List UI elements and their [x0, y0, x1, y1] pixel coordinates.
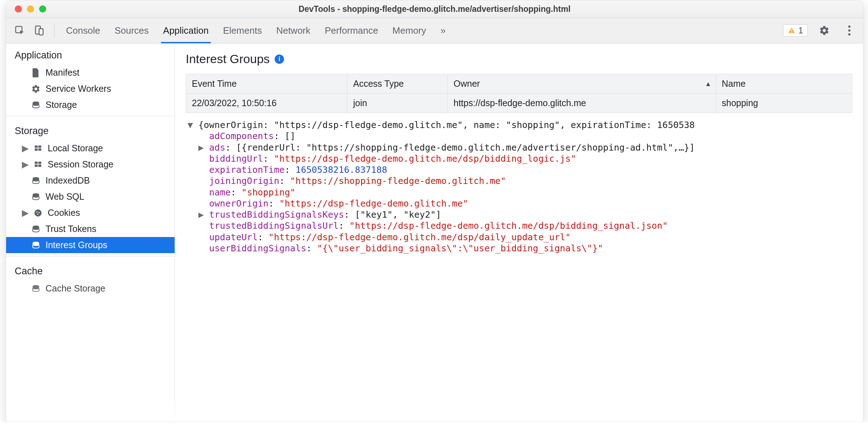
tab-application[interactable]: Application	[163, 18, 209, 43]
devtools-toolbar: Console Sources Application Elements Net…	[6, 18, 863, 43]
svg-rect-4	[791, 32, 792, 33]
database-icon	[30, 241, 41, 250]
warning-icon	[788, 27, 796, 34]
table-header-row: Event Time Access Type Owner▲ Name	[186, 74, 852, 94]
svg-point-6	[848, 29, 850, 32]
svg-point-19	[34, 209, 42, 217]
col-name[interactable]: Name	[716, 74, 852, 94]
svg-point-22	[37, 213, 38, 214]
sidebar-item-service-workers[interactable]: Service Workers	[6, 81, 175, 97]
cell-name: shopping	[716, 94, 852, 113]
tab-memory[interactable]: Memory	[393, 18, 426, 43]
tab-performance[interactable]: Performance	[325, 18, 378, 43]
sidebar-item-label: IndexedDB	[46, 175, 90, 186]
svg-point-20	[36, 211, 37, 212]
sidebar-item-label: Manifest	[46, 67, 79, 78]
sidebar-item-label: Interest Groups	[46, 240, 107, 250]
sidebar-item-label: Trust Tokens	[46, 224, 96, 234]
section-cache-title: Cache	[6, 259, 175, 280]
fade-overlay	[6, 397, 863, 422]
sidebar-item-interest-groups[interactable]: Interest Groups	[6, 237, 175, 253]
sidebar-item-websql[interactable]: Web SQL	[6, 189, 175, 205]
sidebar-item-label: Local Storage	[48, 143, 103, 153]
content-pane: Interest Groups i Event Time Access Type…	[175, 43, 863, 422]
minimize-window-icon[interactable]	[27, 5, 34, 13]
sidebar-item-label: Cookies	[48, 208, 80, 218]
svg-rect-16	[38, 165, 41, 167]
zoom-window-icon[interactable]	[39, 5, 46, 13]
table-row[interactable]: 22/03/2022, 10:50:16 join https://dsp-fl…	[186, 94, 852, 113]
sidebar-item-indexeddb[interactable]: IndexedDB	[6, 172, 175, 189]
chevron-right-icon: ▶	[22, 143, 28, 153]
col-owner[interactable]: Owner▲	[448, 74, 716, 94]
cookie-icon	[33, 209, 43, 217]
svg-point-7	[848, 33, 850, 35]
tab-sources[interactable]: Sources	[114, 18, 148, 43]
cell-access-type: join	[347, 94, 448, 113]
tab-label: Network	[276, 25, 310, 36]
window-titlebar: DevTools - shopping-fledge-demo.glitch.m…	[6, 0, 863, 18]
page-heading-text: Interest Groups	[186, 52, 270, 66]
cell-owner: https://dsp-fledge-demo.glitch.me	[448, 94, 716, 113]
grid-icon	[33, 161, 43, 169]
svg-point-21	[38, 212, 39, 213]
svg-rect-13	[35, 161, 38, 164]
sidebar-item-local-storage[interactable]: ▶ Local Storage	[6, 140, 175, 156]
tab-console[interactable]: Console	[66, 18, 100, 43]
toolbar-right: 1	[783, 22, 858, 39]
tab-network[interactable]: Network	[276, 18, 310, 43]
application-sidebar: Application Manifest Service Workers Sto…	[6, 43, 175, 422]
database-icon	[30, 193, 41, 201]
chevron-right-icon: ▶	[22, 159, 28, 170]
info-icon[interactable]: i	[275, 54, 284, 64]
panel-tabs: Console Sources Application Elements Net…	[61, 18, 781, 43]
sidebar-separator	[6, 116, 175, 116]
tab-elements[interactable]: Elements	[223, 18, 262, 43]
close-window-icon[interactable]	[15, 5, 22, 13]
sidebar-item-session-storage[interactable]: ▶ Session Storage	[6, 156, 175, 172]
tab-label: Application	[163, 25, 209, 36]
tab-label: Sources	[114, 25, 148, 36]
cell-event-time: 22/03/2022, 10:50:16	[186, 94, 347, 113]
svg-rect-11	[35, 148, 38, 151]
tab-label: Elements	[223, 25, 262, 36]
issues-badge[interactable]: 1	[783, 24, 808, 37]
sort-asc-icon: ▲	[705, 80, 711, 87]
sidebar-item-storage[interactable]: Storage	[6, 97, 175, 113]
chevron-right-double-icon: »	[441, 25, 446, 36]
svg-rect-12	[38, 148, 41, 151]
tab-label: Console	[66, 25, 100, 36]
issues-count: 1	[798, 25, 803, 35]
col-label: Access Type	[353, 79, 404, 89]
sidebar-item-manifest[interactable]: Manifest	[6, 65, 175, 81]
svg-rect-10	[38, 145, 41, 147]
database-icon	[30, 176, 41, 185]
events-table: Event Time Access Type Owner▲ Name 22/03…	[186, 74, 852, 113]
sidebar-item-trust-tokens[interactable]: Trust Tokens	[6, 221, 175, 237]
tabs-overflow[interactable]: »	[441, 18, 446, 43]
file-icon	[30, 68, 41, 77]
sidebar-item-label: Web SQL	[46, 191, 84, 202]
col-label: Event Time	[192, 79, 237, 89]
detail-json-viewer[interactable]: ▼ {ownerOrigin: "https://dsp-fledge-demo…	[175, 113, 863, 261]
toolbar-separator	[54, 23, 54, 38]
svg-rect-14	[38, 161, 41, 164]
window-controls	[15, 5, 46, 13]
window-title: DevTools - shopping-fledge-demo.glitch.m…	[299, 4, 571, 14]
sidebar-item-label: Session Storage	[48, 159, 113, 170]
kebab-menu-icon[interactable]	[841, 22, 858, 39]
col-label: Owner	[454, 79, 480, 89]
database-icon	[30, 284, 41, 293]
col-event-time[interactable]: Event Time	[186, 74, 347, 94]
settings-icon[interactable]	[816, 22, 833, 39]
inspect-element-icon[interactable]	[11, 22, 28, 39]
main-split: Application Manifest Service Workers Sto…	[6, 43, 863, 422]
col-access-type[interactable]: Access Type	[347, 74, 448, 94]
chevron-right-icon: ▶	[22, 208, 28, 218]
sidebar-item-cache-storage[interactable]: Cache Storage	[6, 280, 175, 297]
events-table-wrap: Event Time Access Type Owner▲ Name 22/03…	[175, 74, 863, 113]
sidebar-item-cookies[interactable]: ▶ Cookies	[6, 205, 175, 221]
section-application-title: Application	[6, 43, 175, 65]
device-toolbar-icon[interactable]	[30, 22, 48, 39]
svg-rect-3	[791, 29, 792, 31]
